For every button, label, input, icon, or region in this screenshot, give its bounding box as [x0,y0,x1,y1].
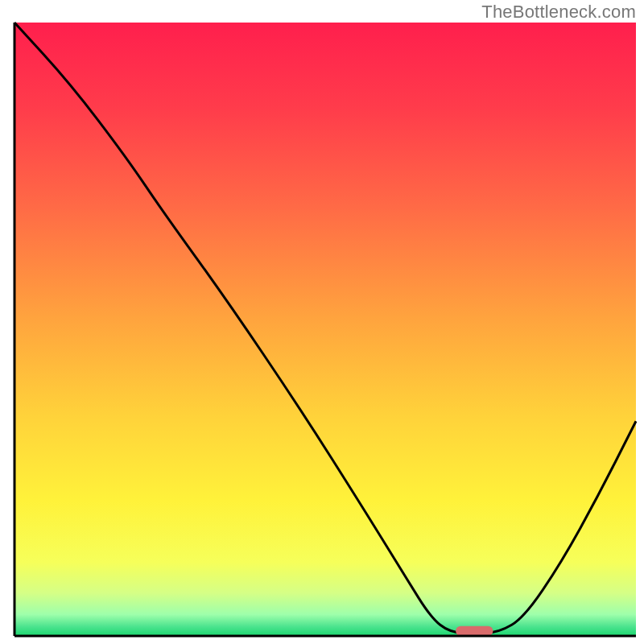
plot-background [14,23,636,636]
bottleneck-chart [0,0,644,644]
valley-marker [456,626,493,636]
chart-container: TheBottleneck.com [0,0,644,644]
watermark-text: TheBottleneck.com [481,2,636,23]
